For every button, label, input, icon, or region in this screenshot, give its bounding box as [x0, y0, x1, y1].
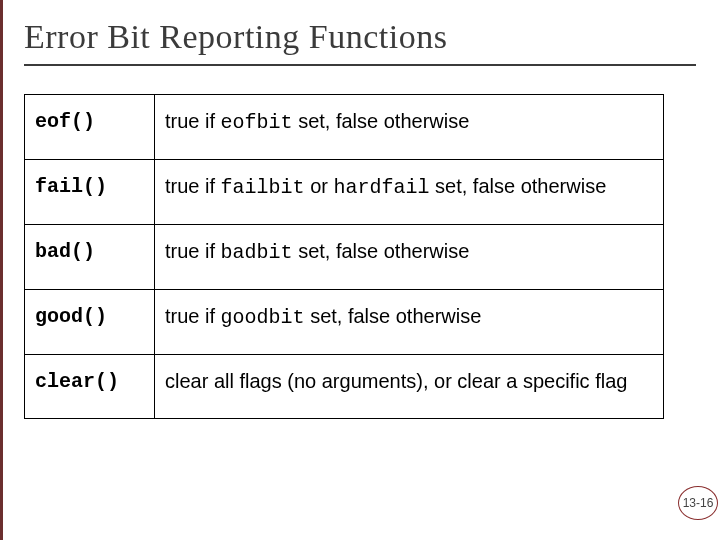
fn-desc: true if badbit set, false otherwise	[155, 225, 664, 290]
slide: Error Bit Reporting Functions eof() true…	[0, 0, 720, 419]
page-number: 13-16	[683, 496, 714, 510]
table-row: fail() true if failbit or hardfail set, …	[25, 160, 664, 225]
fn-desc: true if goodbit set, false otherwise	[155, 290, 664, 355]
fn-name: fail()	[25, 160, 155, 225]
left-accent-bar	[0, 0, 3, 540]
table-row: bad() true if badbit set, false otherwis…	[25, 225, 664, 290]
fn-desc: clear all flags (no arguments), or clear…	[155, 355, 664, 419]
fn-name: bad()	[25, 225, 155, 290]
fn-desc: true if failbit or hardfail set, false o…	[155, 160, 664, 225]
page-number-badge: 13-16	[678, 486, 718, 520]
fn-desc: true if eofbit set, false otherwise	[155, 95, 664, 160]
fn-name: eof()	[25, 95, 155, 160]
table-row: clear() clear all flags (no arguments), …	[25, 355, 664, 419]
functions-table: eof() true if eofbit set, false otherwis…	[24, 94, 664, 419]
page-title: Error Bit Reporting Functions	[24, 18, 696, 66]
fn-name: good()	[25, 290, 155, 355]
table-row: eof() true if eofbit set, false otherwis…	[25, 95, 664, 160]
table-row: good() true if goodbit set, false otherw…	[25, 290, 664, 355]
fn-name: clear()	[25, 355, 155, 419]
